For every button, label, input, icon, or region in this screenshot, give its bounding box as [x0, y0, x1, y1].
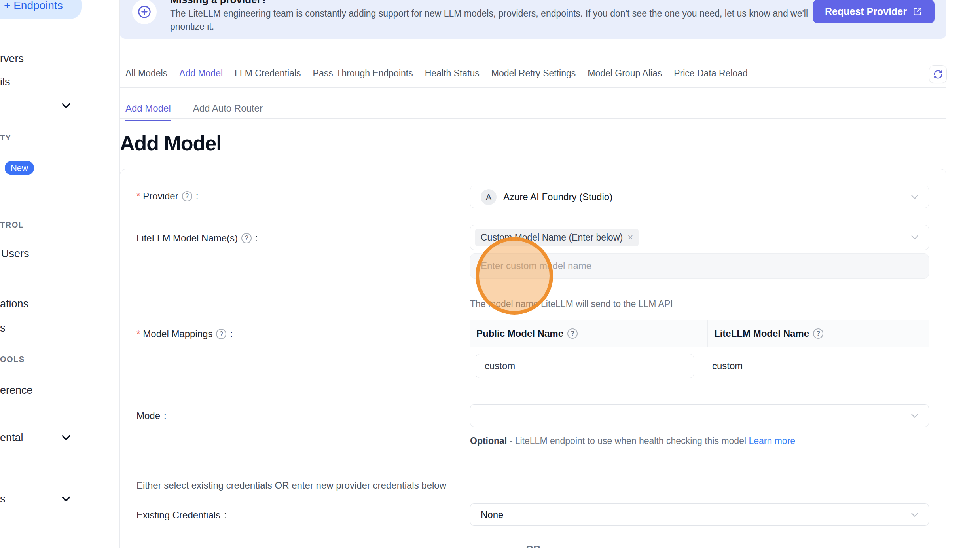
selected-model-tag-label: Custom Model Name (Enter below) [481, 232, 623, 243]
sidebar-item-organizations[interactable]: ations [0, 298, 28, 310]
close-icon[interactable]: × [627, 233, 633, 242]
help-icon[interactable]: ? [567, 328, 578, 339]
sidebar-item-endpoints-label: + Endpoints [4, 0, 63, 12]
banner-title: Missing a provider? [170, 0, 267, 6]
missing-provider-banner: Missing a provider? The LiteLLM engineer… [120, 0, 946, 39]
tab-health-status[interactable]: Health Status [425, 68, 480, 88]
chevron-down-icon[interactable] [59, 492, 73, 506]
label-colon: : [230, 328, 233, 339]
help-icon[interactable]: ? [216, 329, 226, 339]
learn-more-link[interactable]: Learn more [749, 436, 795, 446]
public-model-name-input[interactable] [476, 354, 694, 378]
sidebar-section-header: TY [0, 133, 11, 142]
chevron-down-icon [909, 231, 921, 243]
mode-helper-bold: Optional [470, 436, 507, 446]
sidebar-item-api-reference[interactable]: erence [0, 384, 33, 396]
sidebar-section-header: OOLS [0, 355, 25, 364]
or-separator: OR [120, 544, 946, 548]
model-names-multiselect[interactable]: Custom Model Name (Enter below) × [470, 225, 929, 250]
existing-credentials-select[interactable]: None [470, 503, 929, 526]
plus-circle-icon [132, 0, 157, 24]
provider-avatar: A [481, 189, 497, 205]
label-colon: : [255, 233, 258, 244]
mode-select[interactable] [470, 404, 929, 427]
tab-pass-through-endpoints[interactable]: Pass-Through Endpoints [313, 68, 413, 88]
custom-model-name-input[interactable] [470, 253, 929, 279]
request-provider-label: Request Provider [825, 6, 907, 17]
sidebar-item-trails[interactable]: ils [0, 76, 10, 88]
chevron-down-icon[interactable] [59, 99, 73, 112]
help-icon[interactable]: ? [182, 191, 192, 201]
label-colon: : [164, 410, 167, 421]
sidebar-section-header: TROL [0, 220, 24, 229]
label-colon: : [196, 191, 199, 202]
tab-all-models[interactable]: All Models [125, 68, 167, 88]
tab-model-retry-settings[interactable]: Model Retry Settings [491, 68, 576, 88]
existing-credentials-value: None [481, 509, 503, 520]
model-mappings-label-text: Model Mappings [143, 328, 212, 339]
model-names-label: LiteLLM Model Name(s) ? : [136, 233, 258, 244]
chevron-down-icon[interactable] [59, 431, 73, 444]
litellm-model-name-header: LiteLLM Model Name ? [707, 320, 929, 347]
tab-model-group-alias[interactable]: Model Group Alias [588, 68, 662, 88]
sidebar-item-servers[interactable]: rvers [0, 53, 24, 65]
mode-label: Mode : [136, 410, 167, 421]
mode-helper-body: - LiteLLM endpoint to use when health ch… [507, 436, 749, 446]
litellm-model-name-header-text: LiteLLM Model Name [714, 328, 809, 339]
request-provider-button[interactable]: Request Provider [813, 0, 935, 23]
existing-credentials-label-text: Existing Credentials [136, 510, 220, 521]
sidebar-item[interactable]: s [0, 322, 6, 334]
required-mark: * [136, 191, 140, 202]
model-names-label-text: LiteLLM Model Name(s) [136, 233, 238, 244]
model-mappings-row: custom [470, 347, 929, 385]
provider-label: * Provider ? : [136, 191, 198, 202]
sidebar: + Endpoints rvers ils TY New TROL Users … [0, 0, 120, 548]
tab-price-data-reload[interactable]: Price Data Reload [674, 68, 748, 88]
provider-select-value: Azure AI Foundry (Studio) [503, 192, 612, 203]
label-colon: : [224, 510, 227, 521]
public-model-name-header-text: Public Model Name [476, 328, 563, 339]
external-link-icon [912, 6, 923, 17]
litellm-model-name-value: custom [712, 360, 743, 372]
help-icon[interactable]: ? [813, 328, 823, 339]
chevron-down-icon [909, 509, 921, 521]
model-tabs: All Models Add Model LLM Credentials Pas… [125, 68, 748, 88]
sidebar-item-internal-users[interactable]: Users [1, 248, 29, 260]
model-mappings-label: * Model Mappings ? : [136, 328, 233, 339]
mode-helper-text: Optional - LiteLLM endpoint to use when … [470, 434, 798, 448]
custom-model-helper-text: The model name LiteLLM will send to the … [470, 298, 673, 309]
sidebar-item-experimental[interactable]: ental [0, 432, 23, 444]
selected-model-tag: Custom Model Name (Enter below) × [475, 229, 639, 246]
tabs-divider [120, 87, 946, 88]
sidebar-item-endpoints[interactable]: + Endpoints [0, 0, 82, 19]
refresh-button[interactable] [929, 65, 947, 83]
model-mappings-table: Public Model Name ? LiteLLM Model Name ?… [470, 320, 929, 385]
tab-add-model[interactable]: Add Model [179, 68, 223, 88]
mode-label-text: Mode [136, 410, 160, 421]
existing-credentials-label: Existing Credentials : [136, 510, 227, 521]
refresh-icon [933, 69, 943, 80]
tab-llm-credentials[interactable]: LLM Credentials [235, 68, 301, 88]
credentials-note: Either select existing credentials OR en… [136, 480, 446, 491]
provider-select[interactable]: A Azure AI Foundry (Studio) [470, 186, 929, 208]
banner-description: The LiteLLM engineering team is constant… [170, 7, 815, 33]
sidebar-item-settings[interactable]: s [0, 493, 6, 505]
subtabs-divider [120, 118, 946, 119]
new-badge[interactable]: New [5, 161, 34, 175]
provider-label-text: Provider [143, 191, 178, 202]
litellm-admin-screen: + Endpoints rvers ils TY New TROL Users … [0, 0, 980, 548]
required-mark: * [136, 328, 140, 339]
public-model-name-header: Public Model Name ? [470, 320, 707, 347]
page-title: Add Model [120, 131, 222, 155]
chevron-down-icon [909, 191, 921, 203]
model-mappings-header: Public Model Name ? LiteLLM Model Name ? [470, 320, 929, 347]
chevron-down-icon [909, 410, 921, 422]
help-icon[interactable]: ? [241, 233, 252, 243]
